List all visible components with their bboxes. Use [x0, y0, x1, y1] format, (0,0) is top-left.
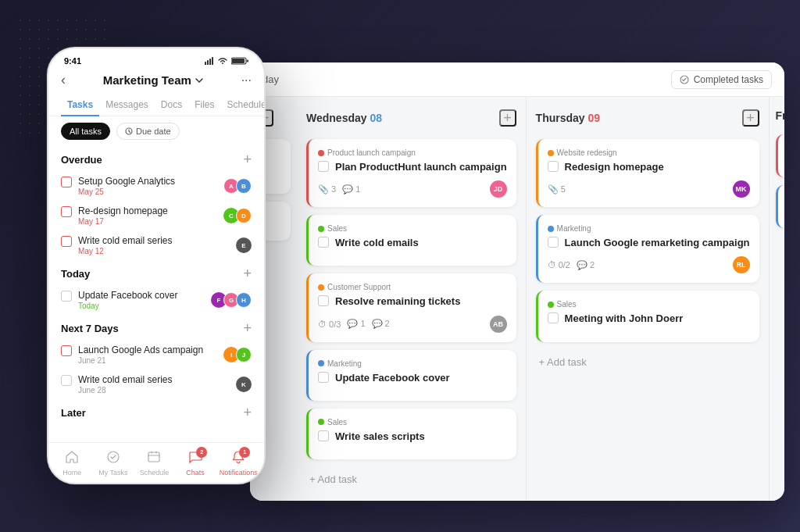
completed-tasks-button[interactable]: Completed tasks [671, 70, 772, 89]
card-title: Write cold emails [335, 236, 419, 250]
card-checkbox[interactable] [548, 237, 559, 248]
card-checkbox-row: Resolve remaining tickets [318, 295, 507, 309]
kanban-card[interactable]: Sales Write cold emails [306, 215, 516, 266]
section-add-next7[interactable]: + [243, 321, 252, 335]
task-name: Re-design homepage [78, 205, 168, 216]
tag-label: Sales [557, 300, 577, 309]
mytasks-icon [106, 450, 120, 467]
card-title: Launch Google remarketing campaign [565, 236, 750, 250]
task-item[interactable]: Setup Google Analytics May 25 A B [61, 171, 252, 201]
tag-dot [548, 302, 554, 308]
avatar: JD [490, 180, 507, 198]
add-task-thursday[interactable]: + Add task [536, 350, 759, 374]
card-title: Update Facebook cover [335, 371, 450, 385]
task-left: Setup Google Analytics May 25 [61, 176, 175, 196]
kanban-card[interactable]: Sales Meeting with John Doerr [536, 291, 759, 341]
menu-button[interactable]: ··· [241, 73, 252, 87]
task-item[interactable]: Write cold email series May 12 E [61, 230, 252, 260]
stat-comment: 💬 1 [342, 184, 360, 195]
section-next7-title: Next 7 Days [61, 323, 119, 334]
tab-files[interactable]: Files [188, 95, 220, 116]
tab-messages[interactable]: Messages [99, 95, 155, 116]
task-date: May 17 [78, 217, 168, 226]
card-checkbox[interactable] [318, 161, 329, 172]
wifi-icon [217, 57, 228, 65]
tag-dot [318, 360, 324, 366]
task-item[interactable]: Re-design homepage May 17 C D [61, 201, 252, 230]
card-checkbox[interactable] [318, 430, 329, 441]
kanban-card[interactable]: Sales Write sales scripts [306, 409, 516, 459]
notifications-badge: 1 [239, 447, 250, 458]
stat-progress: ⏱ 0/2 [548, 260, 570, 270]
card-checkbox-row: Meeting with John Doerr [548, 312, 750, 326]
tab-docs[interactable]: Docs [155, 95, 188, 116]
check-icon [680, 75, 689, 84]
tag-dot [318, 150, 324, 156]
bottom-nav-notifications[interactable]: 1 Notifications [220, 450, 258, 477]
tab-tasks[interactable]: Tasks [61, 95, 99, 116]
task-checkbox[interactable] [61, 291, 72, 302]
task-item[interactable]: Launch Google Ads campaign June 21 I J [61, 340, 252, 370]
kanban-card[interactable]: Marketing Update Facebook cover [306, 350, 516, 401]
phone-frame: 9:41 [47, 47, 266, 484]
task-checkbox[interactable] [61, 345, 72, 356]
card-checkbox[interactable] [548, 312, 559, 323]
tag-dot [318, 226, 324, 232]
task-date: June 21 [78, 356, 203, 365]
avatar: H [236, 292, 252, 308]
schedule-icon [147, 450, 161, 467]
back-button[interactable]: ‹ [61, 72, 66, 88]
stat-comment1: 💬 1 [347, 319, 365, 329]
section-later-header: Later + [61, 405, 252, 420]
section-add-later[interactable]: + [243, 405, 252, 420]
task-checkbox[interactable] [61, 177, 72, 187]
card-checkbox[interactable] [318, 372, 329, 383]
kanban-card[interactable]: Marketing Launch Google remarketing camp… [536, 215, 759, 283]
card-title: Plan ProductHunt launch campaign [335, 160, 507, 174]
filter-due-date[interactable]: Due date [116, 123, 180, 140]
svg-point-9 [108, 452, 119, 462]
clock-icon [125, 127, 133, 135]
friday-add[interactable]: + [776, 236, 784, 252]
bottom-nav-schedule[interactable]: Schedule [137, 450, 171, 477]
kanban-card[interactable]: Website redesign Redesign homepage 📎 5 M… [536, 139, 759, 207]
task-avatars: C D [223, 208, 252, 223]
section-add-today[interactable]: + [243, 266, 252, 280]
card-tag: Sales [318, 418, 507, 427]
bottom-nav-chats[interactable]: 2 Chats [178, 450, 212, 477]
chats-icon: 2 [188, 450, 202, 467]
col-title-friday: Fr [776, 109, 784, 122]
col-title-wednesday: Wednesday 08 [306, 112, 382, 124]
card-title: Write sales scripts [335, 430, 425, 444]
card-tag: Website redesign [548, 148, 750, 157]
avatar: RL [733, 256, 750, 273]
card-title: Resolve remaining tickets [335, 295, 460, 309]
stat-comment2: 💬 2 [372, 319, 390, 329]
tag-label: Customer Support [327, 283, 391, 291]
card-checkbox-row: Write sales scripts [318, 430, 507, 444]
bottom-nav-home[interactable]: Home [55, 450, 89, 477]
chevron-down-icon [195, 76, 204, 85]
task-date: May 25 [78, 187, 175, 196]
kanban-card[interactable]: Product launch campaign Plan ProductHunt… [306, 139, 516, 207]
filter-all-tasks[interactable]: All tasks [61, 123, 110, 140]
card-checkbox[interactable] [548, 161, 559, 172]
kanban-card[interactable]: Customer Support Resolve remaining ticke… [306, 273, 516, 341]
card-checkbox[interactable] [318, 295, 329, 306]
task-checkbox[interactable] [61, 236, 72, 247]
task-item[interactable]: Write cold email series June 28 K [61, 370, 252, 399]
task-checkbox[interactable] [61, 375, 72, 386]
task-name: Launch Google Ads campaign [78, 345, 203, 355]
col-add-wednesday[interactable]: + [499, 109, 516, 127]
task-checkbox[interactable] [61, 206, 72, 217]
section-add-overdue[interactable]: + [243, 152, 252, 166]
card-tag: Sales [318, 224, 507, 233]
task-item[interactable]: Update Facebook cover Today F G H [61, 285, 252, 315]
card-checkbox[interactable] [318, 237, 329, 248]
task-name: Write cold email series [78, 374, 172, 385]
col-add-thursday[interactable]: + [742, 109, 759, 127]
task-list: Overdue + Setup Google Analytics May 25 … [48, 146, 264, 420]
tab-schedule[interactable]: Schedule [221, 95, 266, 116]
bottom-nav-mytasks[interactable]: My Tasks [96, 450, 130, 477]
add-task-wednesday[interactable]: + Add task [306, 467, 516, 491]
